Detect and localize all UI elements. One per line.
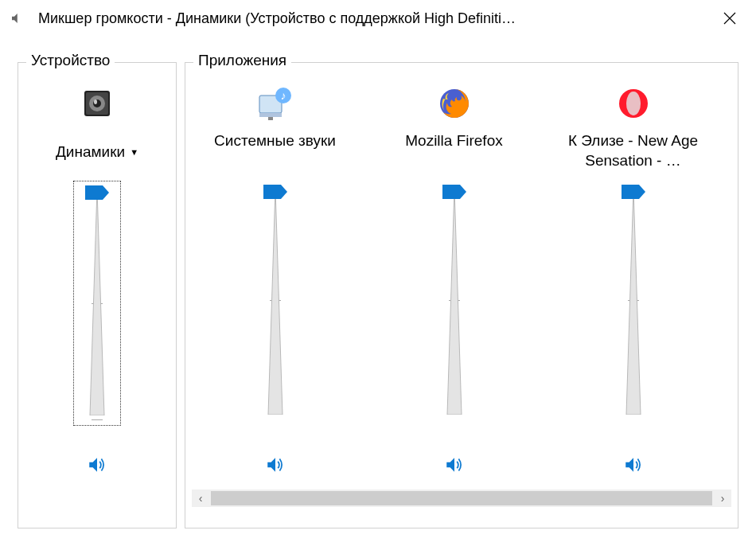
device-name: Динамики [56, 143, 125, 161]
firefox-icon[interactable] [435, 77, 473, 130]
app-volume-slider[interactable] [434, 181, 475, 419]
svg-text:♪: ♪ [280, 89, 286, 102]
slider-thumb[interactable] [622, 185, 645, 199]
slider-thumb[interactable] [263, 185, 287, 199]
apps-group-label: Приложения [193, 52, 291, 69]
apps-columns: ♪ Системные звуки [185, 77, 738, 485]
svg-marker-20 [626, 189, 641, 415]
close-button[interactable] [711, 0, 748, 37]
app-column-firefox: Mozilla Firefox [364, 77, 544, 485]
device-column: Динамики ▼ [18, 77, 176, 485]
app-mute-button[interactable] [620, 451, 647, 478]
device-volume-slider[interactable] [73, 181, 121, 426]
app-mute-button[interactable] [441, 451, 468, 478]
window-title: Микшер громкости - Динамики (Устройство … [38, 10, 711, 27]
svg-marker-15 [447, 189, 462, 415]
device-slider-area [73, 174, 121, 445]
app-label[interactable]: К Элизе - New Age Sensation - … [544, 130, 723, 174]
speaker-icon [8, 10, 25, 27]
svg-marker-12 [268, 189, 283, 415]
titlebar: Микшер громкости - Динамики (Устройство … [0, 0, 756, 37]
app-column-opera: К Элизе - New Age Sensation - … [544, 77, 723, 485]
svg-marker-6 [85, 185, 109, 200]
device-group-label: Устройство [26, 52, 115, 69]
svg-marker-16 [442, 185, 466, 199]
svg-marker-5 [90, 189, 104, 415]
app-volume-slider[interactable] [613, 181, 654, 419]
svg-marker-21 [622, 185, 645, 199]
svg-point-4 [94, 99, 97, 104]
system-sounds-icon[interactable]: ♪ [255, 77, 296, 130]
svg-marker-13 [263, 185, 287, 199]
device-icon[interactable] [78, 77, 116, 130]
apps-group: Приложения ♪ Системные звуки [185, 62, 738, 528]
scroll-thumb[interactable] [211, 491, 712, 505]
app-column-system-sounds: ♪ Системные звуки [185, 77, 364, 485]
app-label[interactable]: Системные звуки [208, 130, 342, 174]
device-group: Устройство Динамики ▼ [18, 62, 177, 528]
device-mute-button[interactable] [84, 451, 111, 478]
slider-thumb[interactable] [442, 185, 466, 199]
opera-icon[interactable] [614, 77, 653, 130]
horizontal-scrollbar[interactable]: ‹ › [192, 489, 731, 507]
scroll-right-button[interactable]: › [714, 489, 731, 507]
svg-rect-8 [259, 113, 282, 117]
svg-rect-9 [268, 117, 273, 120]
app-mute-button[interactable] [262, 451, 289, 478]
scroll-left-button[interactable]: ‹ [192, 489, 209, 507]
svg-point-19 [626, 92, 641, 115]
slider-thumb[interactable] [85, 185, 109, 200]
content-area: Устройство Динамики ▼ [0, 37, 756, 546]
app-label[interactable]: Mozilla Firefox [399, 130, 509, 174]
volume-mixer-window: Микшер громкости - Динамики (Устройство … [0, 0, 756, 546]
device-dropdown[interactable]: Динамики ▼ [56, 130, 138, 174]
app-volume-slider[interactable] [255, 181, 296, 419]
chevron-down-icon: ▼ [130, 147, 138, 157]
